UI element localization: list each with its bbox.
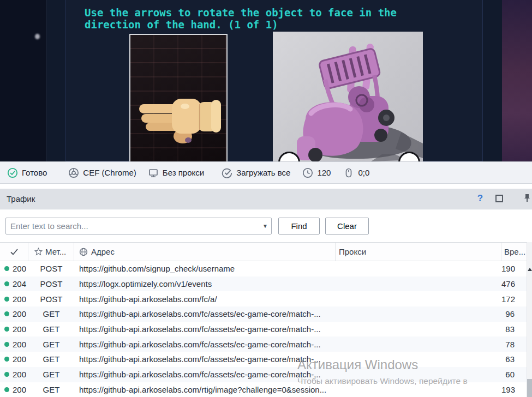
status-timeout[interactable]: 120: [302, 167, 331, 178]
table-row[interactable]: 200 POST https://github.com/signup_check…: [0, 261, 532, 276]
star-icon: [34, 248, 43, 256]
method-cell: GET: [28, 340, 74, 349]
table-row[interactable]: 200 GET https://github-api.arkoselabs.co…: [0, 322, 532, 337]
status-cell: 200: [0, 340, 28, 349]
status-cell: 200: [0, 309, 28, 318]
table-row[interactable]: 200 GET https://github-api.arkoselabs.co…: [0, 352, 532, 367]
instruction-line-1: Use the arrows to rotate the object to f…: [85, 7, 397, 19]
scrollbar-thumb[interactable]: [527, 379, 532, 397]
method-cell: GET: [28, 370, 74, 379]
table-row[interactable]: 200 POST https://github-api.arkoselabs.c…: [0, 291, 532, 306]
address-cell: https://github.com/signup_check/username: [74, 264, 336, 273]
status-code: 200: [13, 264, 26, 273]
method-cell: GET: [28, 354, 74, 364]
find-button[interactable]: Find: [278, 218, 320, 234]
pin-icon[interactable]: [523, 193, 531, 204]
status-coords-value: 0;0: [358, 168, 369, 177]
status-code: 204: [13, 279, 26, 288]
status-load-all[interactable]: Загружать все: [222, 167, 290, 178]
status-browser[interactable]: CEF (Chrome): [68, 167, 136, 178]
status-proxy-label: Без прокси: [163, 168, 204, 177]
status-code: 200: [13, 385, 26, 394]
status-coords[interactable]: 0;0: [343, 167, 369, 178]
time-cell: 172: [501, 294, 527, 304]
help-icon[interactable]: ?: [475, 193, 486, 204]
status-dot-icon: [4, 357, 9, 362]
method-cell: GET: [28, 385, 74, 394]
address-cell: https://github-api.arkoselabs.com/rtig/i…: [74, 385, 336, 394]
address-cell: https://github-api.arkoselabs.com/fc/ass…: [74, 324, 336, 334]
status-code: 200: [13, 294, 26, 304]
captcha-instruction: Use the arrows to rotate the object to f…: [85, 7, 397, 31]
search-combobox: ▼: [5, 218, 272, 234]
address-cell: https://github-api.arkoselabs.com/fc/ass…: [74, 354, 336, 364]
column-header-method[interactable]: Мет...: [28, 243, 74, 261]
status-cell: 200: [0, 354, 28, 364]
time-cell: 476: [501, 279, 527, 288]
ready-check-icon: [7, 167, 18, 178]
status-cell: 200: [0, 370, 28, 379]
maximize-icon[interactable]: [495, 195, 503, 202]
hand-reference-image: [129, 34, 228, 161]
status-ready: Готово: [7, 167, 47, 178]
table-row[interactable]: 204 POST https://logx.optimizely.com/v1/…: [0, 276, 532, 292]
rotatable-object-image: [273, 32, 423, 161]
status-dot-icon: [4, 342, 9, 347]
pointing-hand-illustration: [130, 35, 226, 161]
status-load-all-label: Загружать все: [236, 168, 290, 177]
address-cell: https://github-api.arkoselabs.com/fc/ass…: [74, 370, 336, 379]
chevron-down-icon[interactable]: ▼: [259, 223, 271, 229]
time-cell: 60: [501, 370, 527, 379]
status-cell: 200: [0, 385, 28, 394]
browser-background-gradient: [502, 0, 532, 161]
column-header-address-label: Адрес: [91, 247, 115, 256]
address-cell: https://github-api.arkoselabs.com/fc/ass…: [74, 309, 336, 318]
status-cell: 200: [0, 294, 28, 304]
search-input[interactable]: [6, 221, 259, 231]
method-cell: GET: [28, 309, 74, 318]
column-header-selected[interactable]: [0, 243, 28, 261]
app-window: Use the arrows to rotate the object to f…: [0, 0, 532, 397]
column-header-time[interactable]: Вре...: [501, 243, 527, 261]
traffic-panel-titlebar: Трафик ?: [0, 189, 532, 209]
panel-gap: [0, 184, 532, 189]
globe-icon: [79, 248, 88, 256]
status-proxy[interactable]: Без прокси: [148, 167, 204, 178]
vertical-scrollbar[interactable]: [527, 242, 532, 397]
table-row[interactable]: 200 GET https://github-api.arkoselabs.co…: [0, 382, 532, 397]
mouse-icon: [343, 167, 354, 178]
table-row[interactable]: 200 GET https://github-api.arkoselabs.co…: [0, 336, 532, 352]
status-browser-label: CEF (Chrome): [83, 168, 136, 177]
background-dot: [35, 34, 40, 39]
table-header: Мет... Адрес Прокси Вре...: [0, 242, 532, 261]
check-circle-icon: [222, 167, 232, 178]
status-cell: 200: [0, 264, 28, 273]
column-header-proxy[interactable]: Прокси: [336, 243, 501, 261]
table-body: 200 POST https://github.com/signup_check…: [0, 261, 532, 397]
method-cell: GET: [28, 324, 74, 334]
status-ready-label: Готово: [22, 168, 47, 177]
column-header-method-label: Мет...: [45, 247, 66, 256]
status-dot-icon: [4, 327, 9, 332]
address-cell: https://github-api.arkoselabs.com/fc/ass…: [74, 340, 336, 349]
status-code: 200: [13, 354, 26, 364]
time-cell: 193: [501, 385, 527, 394]
scroll-up-icon[interactable]: [528, 268, 532, 271]
clear-button[interactable]: Clear: [325, 218, 369, 234]
address-cell: https://logx.optimizely.com/v1/events: [74, 279, 336, 288]
table-row[interactable]: 200 GET https://github-api.arkoselabs.co…: [0, 367, 532, 382]
pin-glyph: [523, 193, 531, 203]
time-cell: 78: [501, 340, 527, 349]
table-row[interactable]: 200 GET https://github-api.arkoselabs.co…: [0, 306, 532, 322]
forklift-illustration: [273, 32, 423, 161]
clock-icon: [302, 167, 313, 178]
address-cell: https://github-api.arkoselabs.com/fc/a/: [74, 294, 336, 304]
method-cell: POST: [28, 279, 74, 288]
status-code: 200: [13, 370, 26, 379]
time-cell: 63: [501, 354, 527, 364]
monitor-icon: [148, 167, 159, 178]
traffic-table: Мет... Адрес Прокси Вре... 200 POST: [0, 242, 532, 397]
status-dot-icon: [4, 297, 9, 302]
status-dot-icon: [4, 266, 9, 271]
column-header-address[interactable]: Адрес: [74, 243, 336, 261]
